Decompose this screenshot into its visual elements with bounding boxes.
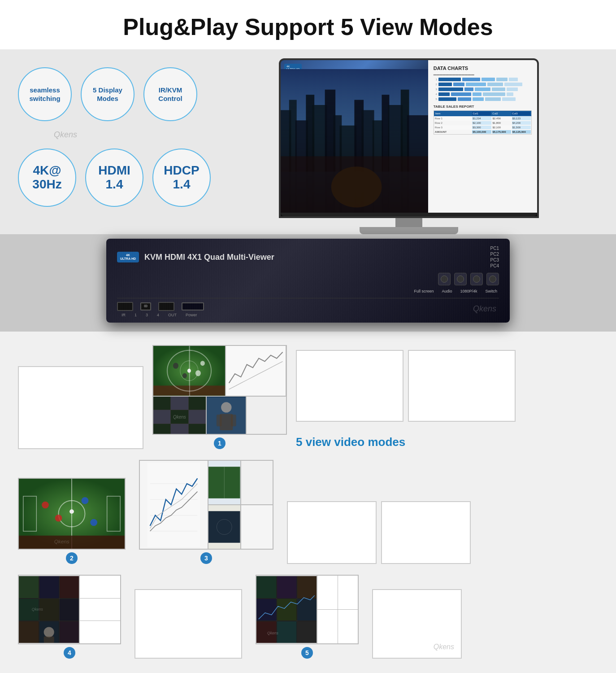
svg-rect-55 <box>208 511 240 543</box>
usb-icon <box>143 305 148 308</box>
page-wrapper: Plug&Play Support 5 View Modes seamless … <box>0 0 616 672</box>
bar-row-2: 2 <box>434 83 532 86</box>
svg-point-23 <box>180 361 198 380</box>
mode-1-item: Qkens <box>152 345 287 449</box>
svg-point-28 <box>187 369 191 373</box>
mode-3-grid <box>208 461 273 549</box>
mode-1-mini-chart <box>226 346 286 396</box>
cam-cell-6 <box>189 410 206 424</box>
switch-button[interactable] <box>486 273 499 285</box>
device-buttons-row <box>117 273 499 285</box>
mode-4-right <box>80 576 120 643</box>
svg-text:Qkens: Qkens <box>32 607 43 612</box>
mode-5-blank: Qkens <box>372 589 462 659</box>
feature-watermark: Qkens <box>18 130 211 140</box>
bubble-ir-kvm: IR/KVM Control <box>143 67 197 121</box>
table-header: Item Col1 Col2 Col3 <box>434 111 531 116</box>
blank-screens-row <box>296 350 516 422</box>
mode-1-big-cell <box>153 346 226 396</box>
mode-4-r3 <box>80 621 120 643</box>
svg-point-45 <box>69 509 74 514</box>
svg-rect-79 <box>256 576 276 598</box>
resolution-button[interactable] <box>470 273 483 285</box>
blank-screen-3 <box>408 350 516 422</box>
city-svg <box>281 69 428 213</box>
mode-1-empty-cell <box>247 397 286 435</box>
cam-cell-3 <box>189 397 206 410</box>
bubble-hdcp: HDCP 1.4 <box>152 149 211 207</box>
switch-button-circle <box>489 275 496 283</box>
mode-2-number: 2 <box>66 552 78 564</box>
svg-point-41 <box>42 502 49 509</box>
mode-4-label: 4 <box>64 647 75 659</box>
svg-rect-35 <box>231 415 236 426</box>
svg-rect-34 <box>217 415 222 426</box>
svg-rect-68 <box>19 621 39 643</box>
mini-chart-svg-1 <box>226 346 286 396</box>
mode-5-r2 <box>338 576 358 609</box>
mode-1-person <box>207 397 247 435</box>
mode-1-top <box>153 346 286 397</box>
mode-5-item: Qkens 5 <box>256 575 359 659</box>
bar-row-4: 4 <box>434 92 532 96</box>
switch-label: Switch <box>485 289 497 293</box>
mode-4-blank <box>134 589 242 659</box>
mode-1-label: 1 <box>214 437 226 449</box>
fullscreen-button[interactable] <box>438 273 451 285</box>
header: Plug&Play Support 5 View Modes <box>0 0 616 49</box>
svg-rect-70 <box>60 621 79 643</box>
audio-button[interactable] <box>454 273 467 285</box>
blank-between <box>134 589 242 659</box>
mode-4-left-svg: Qkens <box>19 576 79 643</box>
modes-row-2: Qkens 2 <box>18 460 598 564</box>
mode-4-left: Qkens <box>19 576 80 643</box>
table-title: TABLE SALES REPORT <box>434 105 532 109</box>
chart-title: DATA CHARTS <box>434 66 532 71</box>
port-out-label: OUT <box>168 313 177 317</box>
blank-screen-1 <box>18 366 143 449</box>
fullscreen-button-circle <box>441 275 448 283</box>
table-row-3: Row 3 $3,300 $2,100 $1,500 <box>434 125 531 130</box>
mode-5-r4 <box>338 610 358 643</box>
svg-rect-72 <box>44 637 54 643</box>
table-row-1: Row 1 $1,234 $2,456 $3,123 <box>434 116 531 121</box>
modes-row-3: Qkens 4 <box>18 575 598 659</box>
mode-1-number: 1 <box>214 437 226 449</box>
svg-point-19 <box>331 166 382 207</box>
device-box: 4K ULTRA HD KVM HDMI 4X1 Quad Multi-View… <box>106 239 510 323</box>
svg-point-44 <box>90 519 97 526</box>
device-top-row: 4K ULTRA HD KVM HDMI 4X1 Quad Multi-View… <box>117 246 499 268</box>
mode-5-label: 5 <box>301 647 313 659</box>
monitor-screen: 4K ULTRA HD <box>281 60 537 213</box>
resolution-label: 1080P/4k <box>460 289 477 293</box>
svg-rect-83 <box>277 599 296 621</box>
table-row-2: Row 2 $2,100 $1,800 $4,200 <box>434 121 531 125</box>
svg-rect-87 <box>297 621 317 643</box>
stand <box>360 218 458 234</box>
top-section: seamless switching 5 Display Modes IR/KV… <box>0 49 616 234</box>
sport-svg <box>153 346 225 396</box>
mode-5-left-svg: Qkens <box>256 576 317 643</box>
monitor-stand <box>279 218 539 234</box>
audio-button-circle <box>457 275 464 283</box>
mode-4-item: Qkens 4 <box>18 575 121 659</box>
usb-port-2 <box>158 302 174 311</box>
mode-2-screen: Qkens <box>18 478 126 550</box>
svg-rect-29 <box>153 385 225 395</box>
cam-cell-9 <box>189 424 206 435</box>
pc1-label: PC1 <box>490 246 499 251</box>
svg-text:Qkens: Qkens <box>267 631 279 635</box>
mode-3-screen <box>139 460 273 550</box>
svg-rect-81 <box>297 576 317 598</box>
chart-subtitle: ▬▬▬▬▬▬▬▬▬▬▬▬▬ <box>434 73 532 76</box>
mode-blank-left <box>18 366 143 449</box>
mode-2-svg: Qkens <box>19 479 125 549</box>
person-svg <box>207 397 246 435</box>
mode-5-number: 5 <box>301 647 313 659</box>
bar-chart: 1 2 <box>434 78 532 101</box>
bubble-row-1: seamless switching 5 Display Modes IR/KV… <box>18 67 211 121</box>
cam-cell-1 <box>153 397 170 410</box>
mode-3-blanks <box>287 501 471 564</box>
blank-watermark: Qkens <box>434 643 454 651</box>
blank-screen-4 <box>287 501 377 564</box>
